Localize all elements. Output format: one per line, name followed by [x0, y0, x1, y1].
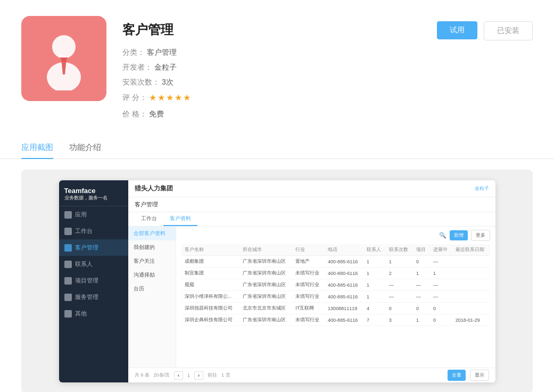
- table-cell: 未填写行业: [292, 314, 325, 326]
- table-cell: 400-885-6116: [325, 256, 363, 268]
- more-button[interactable]: 更多: [471, 230, 490, 241]
- col-contact: 联系人: [363, 244, 386, 256]
- sidebar-item-projects[interactable]: 项目管理: [59, 272, 128, 289]
- table-cell: —: [386, 291, 413, 303]
- sidebar-item-contacts[interactable]: 联系人: [59, 256, 128, 272]
- star-3: ★: [166, 89, 173, 106]
- content-tab-data[interactable]: 客户资料: [163, 212, 197, 226]
- projects-icon: [64, 277, 72, 285]
- inner-sidebar: 全部客户资料 我创建的 客户关注 沟通择励 台历: [128, 227, 176, 368]
- inner-menu-calendar[interactable]: 台历: [128, 282, 176, 296]
- app-title: 客户管理: [122, 21, 421, 38]
- installs-value: 3次: [162, 78, 173, 86]
- table-cell: 1: [386, 256, 413, 268]
- footer-layout-button[interactable]: 显示: [470, 370, 489, 381]
- col-name: 客户名称: [181, 244, 239, 256]
- mockup-main: 猎头人力集团 金粒子 客户管理 工作台 客户资料 全部客户资料 我创建的 客户: [128, 180, 495, 382]
- table-row[interactable]: 深圳拙器科技有限公司北京市北京市东城区IT互联网130088111194000: [181, 303, 490, 314]
- table-cell: 0: [386, 303, 413, 314]
- app-info: 客户管理 分类： 客户管理 开发者： 金粒子 安装次数： 3次 评 分： ★ ★…: [122, 16, 421, 121]
- brand-name: Teamface: [64, 187, 123, 195]
- table-cell: 1: [413, 314, 430, 326]
- col-phone: 电话: [325, 244, 363, 256]
- table-cell: 北京市北京市东城区: [239, 303, 293, 314]
- content-tab-workbench[interactable]: 工作台: [135, 212, 163, 226]
- installed-button[interactable]: 已安装: [484, 21, 533, 40]
- app-category: 分类： 客户管理: [122, 45, 421, 60]
- app-meta: 分类： 客户管理 开发者： 金粒子 安装次数： 3次 评 分： ★ ★ ★ ★ …: [122, 45, 421, 121]
- app-price: 价 格： 免费: [122, 106, 421, 121]
- col-city: 所在城市: [239, 244, 293, 256]
- total-pages: 1 页: [221, 372, 230, 379]
- content-body: 全部客户资料 我创建的 客户关注 沟通择励 台历 🔍 新增 更多: [128, 227, 495, 368]
- table-cell: 1: [430, 268, 452, 279]
- inner-menu-all[interactable]: 全部客户资料: [128, 227, 176, 240]
- table-row[interactable]: 制宜集团广东省深圳市南山区未填写行业400-880-61161211: [181, 268, 490, 279]
- sidebar-item-apps[interactable]: 应用: [59, 206, 128, 223]
- table-cell: 4: [363, 303, 386, 314]
- col-progress: 进展中: [430, 244, 452, 256]
- table-cell: 未填写行业: [292, 268, 325, 279]
- rating-label: 评 分：: [122, 93, 147, 102]
- content-tabs: 工作台 客户资料: [128, 212, 495, 227]
- table-toolbar: 🔍 新增 更多: [181, 230, 490, 241]
- table-cell: 0: [413, 303, 430, 314]
- sidebar-item-customers[interactable]: 客户管理: [59, 239, 128, 256]
- star-4: ★: [175, 89, 182, 106]
- next-page-button[interactable]: ›: [194, 371, 203, 380]
- star-5: ★: [183, 89, 191, 106]
- star-1: ★: [149, 89, 156, 106]
- mockup-topbar: 猎头人力集团 金粒子: [128, 180, 495, 197]
- table-cell: —: [413, 291, 430, 303]
- table-cell: 未填写行业: [292, 291, 325, 303]
- table-row[interactable]: 深圳企典科技有限公司广东省深圳市南山区未填写行业400-885-61167310…: [181, 314, 490, 326]
- inner-menu-mine[interactable]: 我创建的: [128, 240, 176, 254]
- table-cell: —: [413, 279, 430, 291]
- star-rating: ★ ★ ★ ★ ★: [149, 89, 191, 106]
- inner-menu-comm[interactable]: 沟通择励: [128, 268, 176, 282]
- table-cell: 广东省深圳市南山区: [239, 279, 293, 291]
- col-project: 项目: [413, 244, 430, 256]
- contacts-icon: [64, 261, 72, 268]
- footer-perpage: 20条/页: [154, 372, 170, 379]
- developer-label: 开发者：: [122, 63, 152, 71]
- app-mockup: Teamface 业务数据，服务一名 应用 工作台 客户管理 联系人 项目: [59, 180, 495, 382]
- table-cell: 1: [363, 291, 386, 303]
- table-cell: 1: [413, 268, 430, 279]
- inner-menu-follow[interactable]: 客户关注: [128, 254, 176, 268]
- footer-all-button[interactable]: 全量: [448, 370, 466, 381]
- prev-page-button[interactable]: ‹: [174, 371, 183, 380]
- table-row[interactable]: 成都集团广东省深圳市南山区置地产400-885-6116110—: [181, 256, 490, 268]
- table-cell: 广东省深圳市南山区: [239, 314, 293, 326]
- sidebar-item-service[interactable]: 服务管理: [59, 289, 128, 305]
- table-row[interactable]: 窥窥广东省深圳市南山区未填写行业400-885-61161———: [181, 279, 490, 291]
- new-button[interactable]: 新增: [450, 230, 468, 240]
- category-label: 分类：: [122, 48, 145, 56]
- table-cell: —: [430, 291, 452, 303]
- table-cell: [452, 303, 490, 314]
- table-cell: 成都集团: [181, 256, 239, 268]
- search-icon[interactable]: 🔍: [439, 232, 446, 239]
- table-cell: 7: [363, 314, 386, 326]
- table-cell: 0: [430, 314, 452, 326]
- app-header: 客户管理 分类： 客户管理 开发者： 金粒子 安装次数： 3次 评 分： ★ ★…: [0, 0, 554, 132]
- app-actions: 试用 已安装: [437, 16, 533, 40]
- goto-label: 前往: [208, 372, 217, 379]
- table-cell: 2: [386, 268, 413, 279]
- tab-screenshot[interactable]: 应用截图: [21, 137, 53, 159]
- table-row[interactable]: 深圳小维泽科有限公...广东省深圳市南山区未填写行业400-885-61161—…: [181, 291, 490, 303]
- mockup-footer: 共 9 条 20条/页 ‹ 1 › 前往 1 页 全量 显示: [128, 368, 495, 382]
- app-installs: 安装次数： 3次: [122, 74, 421, 89]
- customer-table: 客户名称 所在城市 行业 电话 联系人 联系次数 项目 进展中 最近联系日期: [181, 244, 490, 326]
- table-cell: 制宜集团: [181, 268, 239, 279]
- sidebar-item-workbench[interactable]: 工作台: [59, 223, 128, 239]
- footer-right: 全量 显示: [448, 370, 489, 381]
- table-cell: 1: [363, 268, 386, 279]
- sidebar-item-other[interactable]: 其他: [59, 305, 128, 322]
- table-cell: 2018-01-29: [452, 314, 490, 326]
- table-cell: —: [386, 279, 413, 291]
- table-header-row: 客户名称 所在城市 行业 电话 联系人 联系次数 项目 进展中 最近联系日期: [181, 244, 490, 256]
- trial-button[interactable]: 试用: [437, 21, 477, 39]
- table-cell: [452, 268, 490, 279]
- tab-features[interactable]: 功能介绍: [69, 137, 101, 159]
